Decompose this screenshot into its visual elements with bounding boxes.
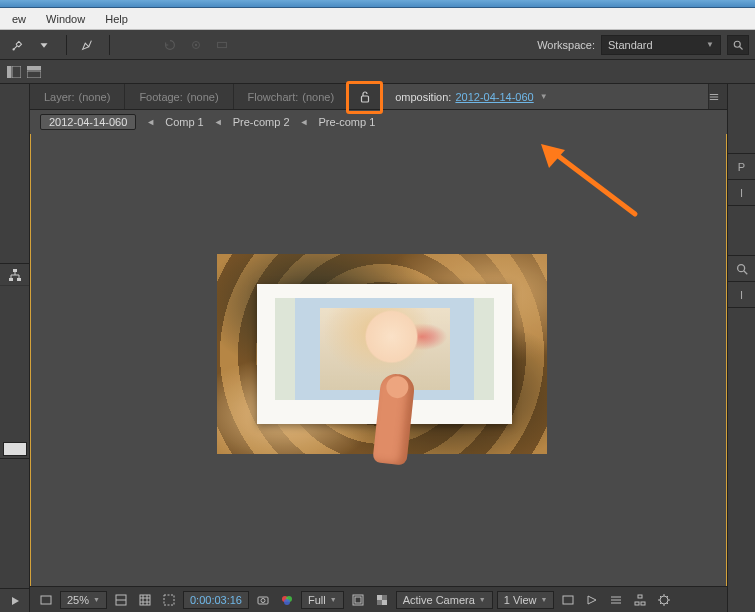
workspace-label: Workspace: [537, 39, 595, 51]
camera-select[interactable]: Active Camera ▼ [396, 591, 493, 609]
svg-rect-39 [635, 602, 639, 605]
mask-toggle-icon[interactable] [159, 591, 179, 609]
svg-rect-34 [563, 596, 573, 604]
svg-rect-38 [638, 595, 642, 598]
tab-flowchart-prefix: Flowchart: [248, 91, 299, 103]
chevron-down-icon: ▼ [93, 596, 100, 603]
show-channel-icon[interactable] [111, 591, 131, 609]
comp-flowchart-icon[interactable] [630, 591, 650, 609]
svg-point-4 [734, 41, 740, 47]
preview-frame-left [275, 298, 295, 400]
anchor-tool-icon [184, 33, 208, 57]
transparency-grid-icon[interactable] [372, 591, 392, 609]
chevron-down-icon[interactable]: ▼ [540, 92, 548, 101]
timeline-icon[interactable] [606, 591, 626, 609]
tab-footage-value: (none) [187, 91, 219, 103]
svg-rect-3 [218, 42, 227, 47]
toolbar-separator [66, 35, 67, 55]
composition-viewer[interactable] [30, 134, 727, 586]
tab-layer-prefix: Layer: [44, 91, 75, 103]
snapshot-icon[interactable] [253, 591, 273, 609]
breadcrumb-precomp2[interactable]: Pre-comp 2 [233, 116, 290, 128]
panel-menu-icon[interactable] [709, 91, 727, 103]
tool-dropdown-icon[interactable] [32, 33, 56, 57]
view-layout-select[interactable]: 1 View ▼ [497, 591, 555, 609]
pixel-aspect-icon[interactable] [558, 591, 578, 609]
tab-composition[interactable]: omposition: 2012-04-14-060 ▼ [381, 84, 709, 109]
collapsed-panel-spacer [728, 84, 755, 154]
search-help-button[interactable] [727, 35, 749, 55]
collapsed-panel-effects[interactable] [728, 256, 755, 282]
svg-rect-33 [382, 600, 387, 605]
collapsed-timeline-panel[interactable] [0, 458, 29, 588]
breadcrumb-root[interactable]: 2012-04-14-060 [40, 114, 136, 130]
breadcrumb-chevron-icon: ◄ [296, 117, 313, 127]
svg-rect-12 [17, 278, 21, 281]
grid-guides-icon[interactable] [135, 591, 155, 609]
collapsed-panel-item[interactable]: I [728, 282, 755, 308]
timecode-field[interactable]: 0:00:03:16 [183, 591, 249, 609]
lock-icon [358, 90, 372, 104]
svg-rect-32 [377, 595, 382, 600]
always-preview-icon[interactable] [36, 591, 56, 609]
tab-composition-prefix: omposition: [395, 91, 451, 103]
breadcrumb-chevron-icon: ◄ [210, 117, 227, 127]
tab-flowchart-value: (none) [302, 91, 334, 103]
tab-layer-value: (none) [79, 91, 111, 103]
main-area: Layer: (none) Footage: (none) Flowchart:… [0, 84, 755, 612]
color-management-icon[interactable] [277, 591, 297, 609]
camera-value: Active Camera [403, 594, 475, 606]
tab-composition-value[interactable]: 2012-04-14-060 [455, 91, 533, 103]
flowchart-mini-icon[interactable] [0, 264, 29, 286]
breadcrumb-comp1[interactable]: Comp 1 [165, 116, 204, 128]
arrange-left-icon[interactable] [4, 64, 24, 80]
svg-rect-23 [164, 595, 174, 605]
svg-point-25 [261, 598, 265, 602]
menu-window[interactable]: Window [36, 11, 95, 27]
menu-view[interactable]: ew [2, 11, 36, 27]
svg-rect-30 [355, 597, 361, 603]
chevron-down-icon: ▼ [479, 596, 486, 603]
workspace-select[interactable]: Standard ▼ [601, 35, 721, 55]
resolution-select[interactable]: Full ▼ [301, 591, 344, 609]
svg-rect-11 [9, 278, 13, 281]
puppet-pin-tool-icon[interactable] [6, 33, 30, 57]
chevron-down-icon: ▼ [706, 40, 714, 49]
collapsed-panel-tab[interactable] [3, 442, 27, 456]
svg-line-43 [743, 270, 747, 274]
chevron-down-icon: ▼ [541, 596, 548, 603]
exposure-reset-icon[interactable] [654, 591, 674, 609]
svg-rect-9 [27, 71, 41, 78]
menu-help[interactable]: Help [95, 11, 138, 27]
pen-tool-icon[interactable] [75, 33, 99, 57]
play-button[interactable] [0, 588, 29, 612]
search-icon [735, 262, 749, 276]
toggle-viewer-lock-button[interactable] [349, 84, 381, 109]
zoom-value: 25% [67, 594, 89, 606]
svg-rect-7 [12, 66, 21, 78]
svg-rect-18 [140, 595, 150, 605]
tab-layer[interactable]: Layer: (none) [30, 84, 125, 109]
collapsed-panel-preview[interactable]: P [728, 154, 755, 180]
zoom-select[interactable]: 25% ▼ [60, 591, 107, 609]
timecode-value: 0:00:03:16 [190, 594, 242, 606]
breadcrumb-precomp1[interactable]: Pre-comp 1 [318, 116, 375, 128]
snap-tool-icon [210, 33, 234, 57]
fast-previews-icon[interactable] [582, 591, 602, 609]
right-panel-dock: P I I [727, 84, 755, 612]
collapsed-project-panel[interactable] [0, 84, 29, 264]
workspace-value: Standard [608, 39, 653, 51]
arrange-stack-icon[interactable] [24, 64, 44, 80]
tab-flowchart[interactable]: Flowchart: (none) [234, 84, 350, 109]
svg-line-5 [740, 46, 743, 49]
composition-breadcrumb: 2012-04-14-060 ◄ Comp 1 ◄ Pre-comp 2 ◄ P… [30, 110, 727, 134]
svg-point-28 [284, 599, 290, 605]
collapsed-panel-info[interactable]: I [728, 180, 755, 206]
roi-icon[interactable] [348, 591, 368, 609]
resolution-value: Full [308, 594, 326, 606]
tab-footage-prefix: Footage: [139, 91, 182, 103]
svg-point-42 [737, 264, 744, 271]
tab-footage[interactable]: Footage: (none) [125, 84, 233, 109]
svg-rect-8 [27, 66, 41, 70]
preview-frame-right [474, 298, 494, 400]
